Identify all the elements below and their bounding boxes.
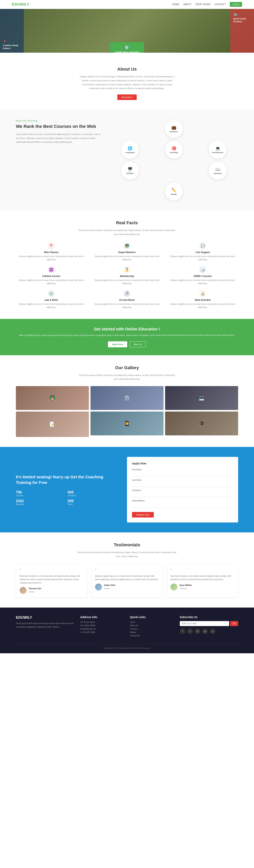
fact-expert-mentors-desc: Quisque sagittis lacus ex et ornare lore… [92,255,162,261]
courses-body: Lorem ipsum dolor sit amet, consecteture… [16,132,102,144]
fact-membership-title: Membership [92,275,162,278]
facebook-icon[interactable]: f [180,628,185,634]
subscribe-form: GO [180,621,238,626]
footer-link-courses[interactable]: Courses [130,628,174,630]
address-item-4: +1 234 567 8900 [80,631,124,633]
footer-grid: EDUWILY Prose ipsum lorem ipsum lorem ip… [16,616,238,638]
footer-about-text: Prose ipsum lorem ipsum lorem ipsum lore… [16,622,74,629]
coaching-label: Coaching [170,152,178,153]
subscribe-button[interactable]: GO [230,621,238,626]
footer-subscribe: Subscribe Us GO f t in g+ p [180,616,238,638]
about-read-more-button[interactable]: Read More [117,94,137,100]
twitter-icon[interactable]: t [187,628,193,634]
fact-courses: 📊 25500+ Courses Quisque sagittis lacus … [167,266,238,285]
fact-art-music: 🎵 Art and Music Quisque sagittis lacus e… [92,290,162,309]
data-scientist-icon: 🔬 [199,290,206,297]
avatar-2 [95,584,102,590]
fact-courses-desc: Quisque sagittis lacus ex et ornare lore… [167,279,238,285]
linkedin-icon[interactable]: in [195,628,201,634]
courses-grid: 💼 Business 🌐 Languages 🎯 Coaching 💻 Deve… [110,120,238,200]
stat-lecturers-label: Lecturers [68,494,117,497]
fact-new-classes-desc: Quisque sagittis lacus ex et ornare lore… [16,255,87,261]
apply-left: It's limited seating! Hurry up Get the C… [16,474,117,505]
about-title: About Us [16,67,238,72]
hero-right-box: 📚 Quick Crash Courses [230,9,254,53]
author-1: Thomas Girl Student [20,587,83,594]
fact-law-ethic: ⚖️ Law & Ethic Quisque sagittis lacus ex… [16,290,87,309]
avatar-3 [171,584,177,590]
last-name-input[interactable] [132,482,233,487]
new-classes-icon: 📍 [48,242,55,249]
footer-logo: EDUWILY [16,616,74,620]
email-input[interactable] [132,503,233,507]
cta-apply-button[interactable]: Apply Now [108,341,127,347]
course-coaching[interactable]: 🎯 Coaching [165,141,183,159]
login-button[interactable]: LOGIN [230,2,242,7]
googleplus-icon[interactable]: g+ [203,628,208,634]
fact-law-ethic-desc: Quisque sagittis lacus ex et ornare lore… [16,303,87,309]
facts-subtitle: Sed at accumsan tempor tincidunt urna ad… [77,228,177,237]
fact-live-support-title: Live Support [167,251,238,254]
footer-subscribe-title: Subscribe Us [180,616,238,619]
gallery-image-6: 🎓 [165,411,238,435]
development-icon: 💻 [215,146,220,151]
register-button[interactable]: Register Now [132,512,154,518]
gallery-image-5: 👩‍🎓 [90,411,164,435]
address-item-2: City, State 00000 [80,624,124,627]
cta-title: Get started with Online Education ! [16,327,238,332]
course-business[interactable]: 💼 Business [165,120,183,138]
software-icon: 🖥️ [128,167,133,172]
course-development[interactable]: 💻 Development [209,141,227,159]
cta-section: Get started with Online Education ! Nam … [0,319,254,355]
fact-data-scientist-desc: Quisque sagittis lacus ex et ornare lore… [167,303,238,309]
apply-stats: 756 Courses 605 Lecturers 2422 Students … [16,490,117,505]
email-group: Email Address [132,500,233,507]
hero-center-title: Certification Awarded [115,51,139,53]
subscribe-email-input[interactable] [180,621,229,626]
courses-section: What We Provide We Rank the Best Courses… [0,110,254,210]
nav-about[interactable]: ABOUT [183,3,191,6]
footer-link-gallery[interactable]: Gallery [130,631,174,633]
first-name-input[interactable] [132,472,233,476]
course-software[interactable]: 🖥️ Software [121,162,139,180]
apply-form: Apply Now First Name Last Name Password … [127,457,238,523]
pinterest-icon[interactable]: p [210,628,216,634]
fact-lifetime-access-desc: Quisque sagittis lacus ex et ornare lore… [16,279,87,285]
apply-form-title: Apply Now [132,462,233,465]
languages-icon: 🌐 [128,146,133,151]
testimonials-subtitle: Sed at accumsan tempor tincidunt sit adi… [77,551,177,558]
coaching-icon: 🎯 [172,146,176,151]
gallery-section: Our Gallery Sed at accumsan tempor tinci… [0,355,254,447]
course-design[interactable]: ✏️ Design [165,183,183,200]
nav-contact[interactable]: CONTACT [215,3,226,6]
password-input[interactable] [132,492,233,497]
footer-link-about[interactable]: About Us [130,624,174,627]
fact-lifetime-access: ♾️ Lifetime Access Quisque sagittis lacu… [16,266,87,285]
fact-data-scientist: 🔬 Data Scientist Quisque sagittis lacus … [167,290,238,309]
cta-meet-button[interactable]: Meet Us [130,341,146,347]
stat-lecturers-num: 605 [68,490,117,494]
avatar-1 [20,587,27,594]
course-literature[interactable]: 📖 Literature [209,162,227,180]
fact-new-classes: 📍 New Classes Quisque sagittis lacus ex … [16,242,87,261]
nav-dropdown[interactable]: DROP DOWN [195,3,211,6]
footer-link-home[interactable]: Home [130,621,174,623]
testimonial-3: " Nam libero tempore, cum soluta nobis e… [167,564,238,598]
gallery-title: Our Gallery [16,365,238,370]
address-item-1: 123 Street Name [80,621,124,623]
course-languages[interactable]: 🌐 Languages [121,141,139,159]
fact-art-music-desc: Quisque sagittis lacus ex et ornare lore… [92,303,162,309]
author-3-info: Gary Walker Professor [179,584,192,590]
gallery-image-4: 📝 [16,411,89,437]
courses-count-icon: 📊 [199,266,206,273]
testimonial-2: " Quisque sagittis lacus ex et ornare lo… [91,564,163,598]
stat-years: 205 Years [68,499,117,505]
expert-mentors-icon: 👨‍🏫 [123,242,131,249]
nav-home[interactable]: HOME [172,3,179,6]
footer-links-list: Home About Us Courses Gallery Contact Us [130,621,174,637]
last-name-label: Last Name [132,479,233,481]
footer-link-contact[interactable]: Contact Us [130,634,174,637]
literature-icon: 📖 [215,167,220,172]
fact-data-scientist-title: Data Scientist [167,299,238,301]
quote-icon-2: " [95,568,159,573]
